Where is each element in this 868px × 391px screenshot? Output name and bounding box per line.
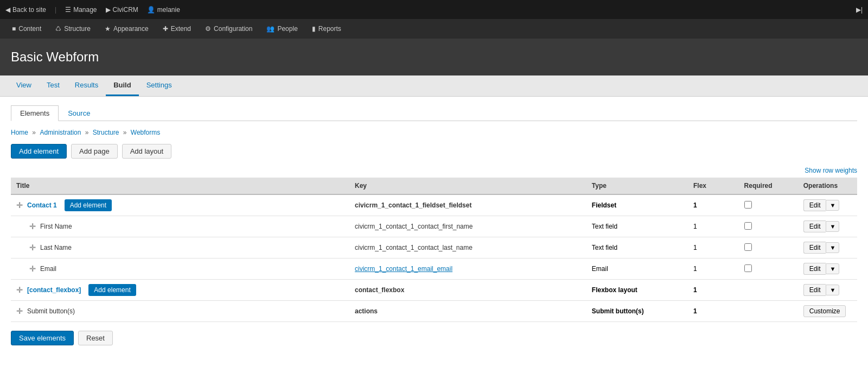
reports-icon: ▮: [312, 25, 316, 33]
cell-operations: Edit▼: [798, 216, 857, 237]
drag-handle[interactable]: ✛: [16, 307, 23, 316]
tab-build[interactable]: Build: [106, 75, 139, 96]
edit-button[interactable]: Edit: [803, 199, 826, 211]
action-buttons: Add element Add page Add layout: [11, 144, 857, 159]
key-link[interactable]: civicrm_1_contact_1_email_email: [355, 265, 452, 273]
table-row: ✛Contact 1Add elementcivicrm_1_contact_1…: [11, 194, 857, 216]
nav-extend[interactable]: ✚ Extend: [156, 19, 197, 39]
cell-title: ✛Submit button(s): [11, 301, 349, 322]
cell-required: [739, 258, 798, 280]
edit-button[interactable]: Edit: [803, 220, 826, 232]
col-key: Key: [349, 178, 586, 194]
add-page-button[interactable]: Add page: [71, 144, 118, 159]
edit-dropdown-button[interactable]: ▼: [826, 221, 839, 232]
required-checkbox[interactable]: [744, 201, 752, 209]
table-row: ✛[contact_flexbox]Add elementcontact_fle…: [11, 280, 857, 301]
breadcrumb: Home » Administration » Structure » Webf…: [11, 129, 857, 136]
row-add-element-button[interactable]: Add element: [88, 284, 136, 296]
required-checkbox[interactable]: [744, 264, 752, 272]
edit-button[interactable]: Edit: [803, 284, 826, 296]
breadcrumb-administration[interactable]: Administration: [40, 129, 81, 136]
save-elements-button[interactable]: Save elements: [11, 331, 74, 345]
breadcrumb-structure[interactable]: Structure: [93, 129, 119, 136]
tab-bar: View Test Results Build Settings: [0, 75, 868, 97]
drag-handle[interactable]: ✛: [16, 201, 23, 210]
nav-appearance[interactable]: ★ Appearance: [98, 19, 155, 39]
main-content: Elements Source Home » Administration » …: [0, 97, 868, 391]
edit-dropdown-button[interactable]: ▼: [826, 263, 839, 274]
content-icon: ■: [12, 25, 16, 33]
appearance-icon: ★: [105, 25, 111, 33]
back-arrow-icon: ◀: [5, 6, 10, 14]
edit-dropdown-button[interactable]: ▼: [826, 200, 839, 211]
nav-configuration[interactable]: ⚙ Configuration: [199, 19, 259, 39]
cell-required: [739, 301, 798, 322]
tab-results[interactable]: Results: [67, 75, 106, 96]
cell-title: ✛[contact_flexbox]Add element: [11, 280, 349, 301]
nav-bar: ■ Content ♺ Structure ★ Appearance ✚ Ext…: [0, 19, 868, 39]
required-checkbox[interactable]: [744, 222, 752, 230]
row-title-link[interactable]: Contact 1: [27, 201, 57, 209]
manage-link[interactable]: ☰ Manage: [65, 6, 97, 14]
nav-reports[interactable]: ▮ Reports: [305, 19, 348, 39]
tab-test[interactable]: Test: [39, 75, 67, 96]
tab-settings[interactable]: Settings: [139, 75, 180, 96]
drag-handle[interactable]: ✛: [16, 286, 23, 294]
cell-title: ✛Email: [11, 258, 349, 280]
nav-structure[interactable]: ♺ Structure: [49, 19, 97, 39]
cell-title: ✛Contact 1Add element: [11, 194, 349, 216]
drag-handle[interactable]: ✛: [29, 243, 36, 252]
page-header: Basic Webform: [0, 39, 868, 75]
edit-button[interactable]: Edit: [803, 263, 826, 275]
edit-button-group: Edit▼: [803, 199, 852, 211]
row-title: Submit button(s): [27, 307, 75, 315]
nav-people[interactable]: 👥 People: [260, 19, 304, 39]
drag-handle[interactable]: ✛: [29, 264, 36, 273]
elements-table: Title Key Type Flex Required Operations …: [11, 178, 857, 322]
tab-view[interactable]: View: [9, 75, 39, 96]
customize-button[interactable]: Customize: [803, 305, 846, 317]
cell-key: contact_flexbox: [349, 280, 586, 301]
row-add-element-button[interactable]: Add element: [65, 199, 112, 211]
breadcrumb-webforms[interactable]: Webforms: [131, 129, 160, 136]
civicrm-icon: ▶: [106, 6, 111, 14]
edit-dropdown-button[interactable]: ▼: [826, 285, 839, 295]
col-type: Type: [586, 178, 688, 194]
user-link[interactable]: 👤 melanie: [147, 6, 180, 14]
row-title-link[interactable]: [contact_flexbox]: [27, 286, 81, 294]
edit-dropdown-button[interactable]: ▼: [826, 242, 839, 253]
extend-icon: ✚: [163, 25, 168, 33]
page-title: Basic Webform: [11, 49, 857, 65]
cell-type: Email: [586, 258, 688, 280]
required-checkbox[interactable]: [744, 243, 752, 251]
cell-flex: 1: [688, 216, 739, 237]
reset-button[interactable]: Reset: [78, 331, 113, 345]
edit-button-group: Edit▼: [803, 263, 852, 275]
cell-key: civicrm_1_contact_1_contact_first_name: [349, 216, 586, 237]
structure-icon: ♺: [55, 25, 61, 33]
add-element-button[interactable]: Add element: [11, 144, 67, 159]
back-to-site-link[interactable]: ◀ Back to site: [5, 6, 46, 14]
sub-tab-source[interactable]: Source: [59, 105, 99, 121]
civicrm-link[interactable]: ▶ CiviCRM: [106, 6, 138, 14]
edit-button-group: Edit▼: [803, 284, 852, 296]
drag-handle[interactable]: ✛: [29, 222, 36, 231]
cell-operations: Customize: [798, 301, 857, 322]
sub-tab-elements[interactable]: Elements: [11, 105, 59, 121]
add-layout-button[interactable]: Add layout: [122, 144, 171, 159]
people-icon: 👥: [266, 25, 275, 33]
edit-button[interactable]: Edit: [803, 242, 826, 254]
cell-operations: Edit▼: [798, 258, 857, 280]
show-row-weights-link[interactable]: Show row weights: [805, 167, 857, 174]
table-row: ✛First Namecivicrm_1_contact_1_contact_f…: [11, 216, 857, 237]
cell-required: [739, 237, 798, 258]
configuration-icon: ⚙: [205, 25, 211, 33]
nav-content[interactable]: ■ Content: [5, 19, 48, 39]
collapse-icon[interactable]: ▶|: [856, 6, 863, 14]
col-operations: Operations: [798, 178, 857, 194]
cell-flex: 1: [688, 280, 739, 301]
breadcrumb-home[interactable]: Home: [11, 129, 28, 136]
menu-icon: ☰: [65, 6, 71, 14]
edit-button-group: Edit▼: [803, 220, 852, 232]
cell-title: ✛Last Name: [11, 237, 349, 258]
